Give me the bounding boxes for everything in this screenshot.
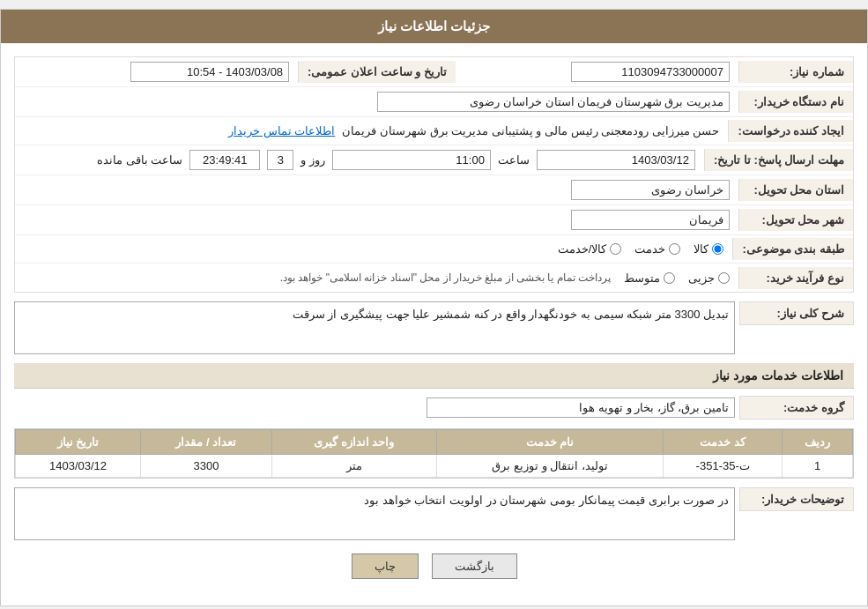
th-tedad: تعداد / مقدار [141,430,272,455]
radio-khedmat[interactable]: خدمت [634,242,680,256]
label-ijad-konande: ایجاد کننده درخواست: [728,120,853,142]
value-tabaqe: کالا خدمت کالا/خدمت [15,238,732,260]
th-radif: ردیف [783,430,853,455]
cell-kod: ت-35-351- [664,455,783,478]
value-shumare: 1103094733000007 [456,57,738,86]
radio-kala[interactable]: کالا [694,242,723,256]
value-ostan: خراسان رضوی [15,175,738,204]
th-taarikh: تاریخ نیاز [16,430,141,455]
radio-jozi[interactable]: جزیی [688,271,730,285]
cell-nam: تولید، انتقال و توزیع برق [437,455,664,478]
label-gorooh: گروه خدمت: [739,396,854,420]
radio-kala-khedmat[interactable]: کالا/خدمت [558,242,622,256]
value-ijad-konande: حسن میرزایی رودمعجنی رئیس مالی و پشتیبان… [15,120,728,142]
link-contact[interactable]: اطلاعات تماس خریدار [228,124,335,137]
label-noe-farayand: نوع فرآیند خرید: [738,267,853,289]
th-kod: کد خدمت [664,430,783,455]
cell-taarikh: 1403/03/12 [16,455,141,478]
label-tabaqe: طبقه بندی موضوعی: [732,238,853,260]
label-nam-dastgah: نام دستگاه خریدار: [738,91,853,113]
value-taarikh-elan: 1403/03/08 - 10:54 [15,57,298,86]
back-button[interactable]: بازگشت [432,553,517,579]
page-title: جزئیات اطلاعات نیاز [1,10,867,43]
value-gorooh: تامین برق، گاز، بخار و تهویه هوا [427,397,735,418]
label-mohlat: مهلت ارسال پاسخ: تا تاریخ: [704,149,853,171]
label-shahr: شهر محل تحویل: [738,209,853,231]
cell-radif: 1 [783,455,853,478]
value-nam-dastgah: مدیریت برق شهرستان فریمان استان خراسان ر… [15,87,738,116]
services-table: ردیف کد خدمت نام خدمت واحد اندازه گیری ت… [14,428,854,479]
label-tozih: توضیحات خریدار: [739,487,854,511]
value-sharh: تبدیل 3300 متر شبکه سیمی به خودنگهدار وا… [14,301,735,354]
label-shumare: شماره نیاز: [738,61,853,83]
radio-motawaset[interactable]: متوسط [624,271,675,285]
label-ostan: استان محل تحویل: [738,179,853,201]
value-mohlat: 1403/03/12 ساعت 11:00 روز و 3 23:49:41 س… [15,145,704,175]
cell-tedad: 3300 [141,455,272,478]
cell-vahed: متر [271,455,436,478]
buttons-row: بازگشت چاپ [14,553,854,592]
value-shahr: فریمان [15,205,738,234]
print-button[interactable]: چاپ [352,553,419,579]
th-nam: نام خدمت [437,430,664,455]
th-vahed: واحد اندازه گیری [271,430,436,455]
table-row: 1 ت-35-351- تولید، انتقال و توزیع برق مت… [16,455,853,478]
farayand-note: پرداخت تمام یا بخشی از مبلغ خریدار از مح… [280,271,611,284]
value-noe-farayand: جزیی متوسط پرداخت تمام یا بخشی از مبلغ خ… [15,267,738,289]
label-taarikh-elan: تاریخ و ساعت اعلان عمومی: [298,61,456,83]
section-khedamat: اطلاعات خدمات مورد نیاز [14,363,854,389]
value-tozih: در صورت برابری قیمت پیمانکار بومی شهرستا… [14,487,735,540]
label-sharh: شرح کلی نیاز: [739,301,854,325]
